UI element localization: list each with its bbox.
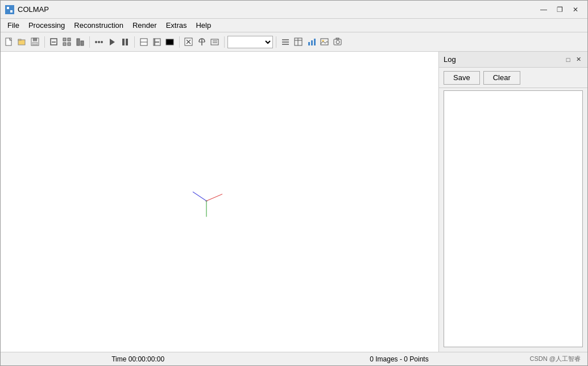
log-content[interactable] [444, 90, 583, 347]
dots-icon [94, 38, 103, 47]
axis-svg [184, 178, 229, 224]
pause-icon [121, 38, 130, 47]
toolbar-open-btn[interactable] [16, 36, 28, 48]
toolbar-btn-3b[interactable] [61, 36, 73, 48]
icon-4c [165, 38, 175, 47]
title-bar: COLMAP — ❐ ✕ [1, 1, 587, 19]
table-icon [294, 38, 303, 47]
icon-5c [210, 38, 220, 47]
menu-reconstruction[interactable]: Reconstruction [69, 19, 128, 32]
toolbar-btn-5c[interactable] [209, 36, 221, 48]
svg-rect-29 [166, 39, 173, 45]
menu-file[interactable]: File [3, 19, 24, 32]
chart-icon [307, 38, 316, 47]
separator-4 [179, 36, 180, 48]
toolbar-btn-4a[interactable] [138, 36, 150, 48]
toolbar-right-btn-1[interactable] [279, 36, 292, 48]
toolbar-new-btn[interactable] [3, 36, 15, 48]
separator-5 [224, 36, 225, 48]
icon-5b [197, 38, 206, 47]
toolbar-right-btn-4[interactable] [318, 36, 331, 48]
log-toolbar: Save Clear [439, 68, 587, 88]
toolbar-right-btn-5[interactable] [332, 36, 344, 48]
toolbar-group-2 [48, 36, 86, 48]
toolbar-group-4 [138, 36, 176, 48]
svg-line-53 [193, 192, 206, 201]
open-icon [18, 38, 27, 47]
toolbar-btn-3a[interactable] [48, 36, 60, 48]
svg-rect-1 [7, 7, 9, 9]
log-restore-btn[interactable]: □ [564, 55, 573, 64]
svg-point-19 [98, 41, 100, 43]
savefile-icon [31, 38, 40, 47]
icon-3a [49, 38, 59, 47]
toolbar-group-right [279, 36, 344, 48]
toolbar-group-5 [183, 36, 221, 48]
menu-help[interactable]: Help [191, 19, 216, 32]
svg-rect-46 [314, 39, 316, 45]
menu-bar: File Processing Reconstruction Render Ex… [1, 19, 587, 32]
toolbar-btn-4b[interactable] [151, 36, 163, 48]
icon-4a [139, 38, 148, 47]
toolbar-dots-btn[interactable] [93, 36, 105, 48]
toolbar-right-btn-3[interactable] [305, 36, 318, 48]
menu-extras[interactable]: Extras [162, 19, 192, 32]
play-icon [107, 38, 117, 47]
toolbar-right-btn-2[interactable] [292, 36, 305, 48]
icon-4b [152, 38, 162, 47]
svg-rect-51 [336, 38, 339, 39]
toolbar-group-playback [93, 36, 131, 48]
svg-rect-17 [81, 41, 84, 45]
svg-rect-8 [33, 38, 37, 41]
svg-rect-44 [308, 42, 310, 45]
separator-2 [89, 36, 90, 48]
log-clear-button[interactable]: Clear [483, 71, 520, 85]
toolbar-dropdown[interactable] [227, 36, 273, 48]
window-title: COLMAP [18, 5, 536, 14]
icon-5a [184, 38, 193, 47]
minimize-button[interactable]: — [536, 3, 551, 16]
svg-line-52 [206, 194, 222, 201]
viewport[interactable] [1, 52, 438, 352]
svg-rect-23 [126, 39, 128, 45]
log-save-button[interactable]: Save [444, 71, 480, 85]
toolbar-btn-5b[interactable] [196, 36, 208, 48]
svg-rect-35 [211, 39, 218, 45]
toolbar-pause-btn[interactable] [119, 36, 131, 48]
log-title-bar: Log □ ✕ [439, 52, 587, 68]
main-window: COLMAP — ❐ ✕ File Processing Reconstruct… [0, 0, 588, 366]
toolbar-btn-4c[interactable] [164, 36, 176, 48]
main-area: Log □ ✕ Save Clear [1, 52, 587, 352]
separator-6 [276, 36, 276, 48]
svg-rect-22 [122, 39, 125, 45]
svg-rect-49 [334, 39, 341, 45]
toolbar-btn-3c[interactable] [74, 36, 86, 48]
svg-rect-14 [63, 43, 66, 45]
toolbar-group-file [3, 36, 42, 48]
toolbar [1, 32, 587, 52]
menu-processing[interactable]: Processing [24, 19, 69, 32]
svg-rect-45 [311, 40, 313, 45]
restore-button[interactable]: ❐ [552, 3, 567, 16]
status-stats: 0 Images - 0 Points [268, 355, 529, 363]
log-panel: Log □ ✕ Save Clear [438, 52, 587, 352]
log-close-btn[interactable]: ✕ [574, 55, 583, 64]
axis-widget [184, 178, 229, 226]
svg-point-20 [101, 41, 103, 43]
app-icon [5, 5, 14, 14]
menu-render[interactable]: Render [128, 19, 162, 32]
list-icon [281, 38, 290, 47]
toolbar-btn-5a[interactable] [183, 36, 195, 48]
toolbar-savefile-btn[interactable] [29, 36, 42, 48]
toolbar-play-btn[interactable] [106, 36, 118, 48]
new-icon [5, 38, 14, 47]
window-controls: — ❐ ✕ [536, 3, 583, 16]
status-watermark: CSDN @人工智睿 [530, 355, 581, 363]
log-title: Log [444, 55, 564, 64]
svg-rect-12 [63, 38, 66, 41]
svg-point-50 [336, 40, 339, 44]
status-time: Time 00:00:00:00 [7, 355, 268, 363]
close-button[interactable]: ✕ [568, 3, 583, 16]
camera-icon [333, 38, 342, 47]
svg-rect-15 [68, 43, 71, 45]
